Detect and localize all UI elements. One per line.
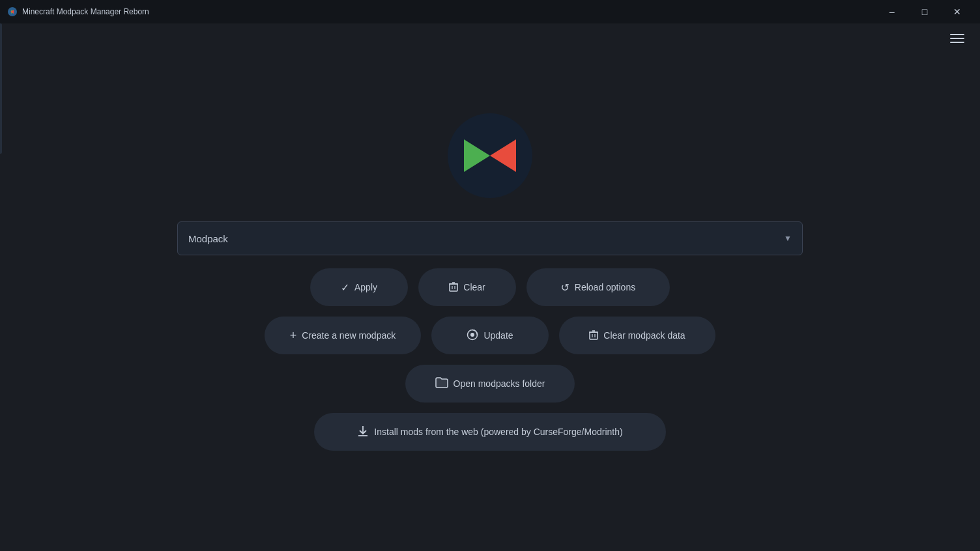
clear-label: Clear [463,282,485,292]
create-label: Create a new modpack [302,330,396,341]
hamburger-line-3 [950,42,964,43]
main-content: Modpack ▼ ✓ Apply Clear ↻ Reload opti [0,23,980,551]
hamburger-line-2 [950,38,964,39]
hamburger-line-1 [950,34,964,35]
folder-label: Open modpacks folder [454,378,545,389]
reload-label: Reload options [575,282,635,292]
plus-icon: + [290,329,297,343]
left-border-decoration [0,23,2,154]
maximize-button[interactable]: □ [910,0,940,23]
clear-modpack-data-button[interactable]: Clear modpack data [559,317,715,354]
button-row-3: Open modpacks folder [405,365,575,403]
button-row-2: + Create a new modpack Update [265,317,715,354]
app-icon [8,7,17,16]
title-bar: Minecraft Modpack Manager Reborn – □ ✕ [0,0,980,23]
reload-icon: ↻ [561,281,569,294]
create-modpack-button[interactable]: + Create a new modpack [265,317,421,354]
app-title: Minecraft Modpack Manager Reborn [22,7,149,16]
close-button[interactable]: ✕ [942,0,972,23]
install-label: Install mods from the web (powered by Cu… [374,427,622,437]
button-row-1: ✓ Apply Clear ↻ Reload options [310,268,670,306]
download-icon [357,425,369,439]
reload-options-button[interactable]: ↻ Reload options [526,268,670,306]
title-bar-left: Minecraft Modpack Manager Reborn [8,7,149,16]
trash-icon [449,281,458,294]
folder-icon [435,377,448,390]
hamburger-menu-button[interactable] [945,29,970,48]
title-bar-controls: – □ ✕ [877,0,972,23]
apply-button[interactable]: ✓ Apply [310,268,408,306]
check-icon: ✓ [341,281,349,294]
open-folder-button[interactable]: Open modpacks folder [405,365,575,403]
svg-point-11 [470,333,474,337]
dropdown-arrow-icon: ▼ [784,234,792,243]
clear-data-label: Clear modpack data [603,330,685,341]
update-button[interactable]: Update [431,317,549,354]
minimize-button[interactable]: – [877,0,907,23]
modpack-dropdown[interactable]: Modpack ▼ [177,221,803,255]
svg-rect-12 [590,332,598,339]
update-label: Update [483,330,513,341]
clear-data-trash-icon [589,330,598,342]
button-row-4: Install mods from the web (powered by Cu… [314,413,666,451]
svg-marker-4 [490,139,516,172]
svg-rect-5 [450,284,457,291]
logo-svg [464,139,516,172]
apply-label: Apply [354,282,377,292]
install-mods-button[interactable]: Install mods from the web (powered by Cu… [314,413,666,451]
dropdown-selected-value: Modpack [188,233,228,244]
update-icon [467,329,478,343]
modpack-dropdown-container: Modpack ▼ [177,221,803,255]
clear-button[interactable]: Clear [418,268,516,306]
svg-marker-3 [464,139,490,172]
app-logo [448,113,532,198]
